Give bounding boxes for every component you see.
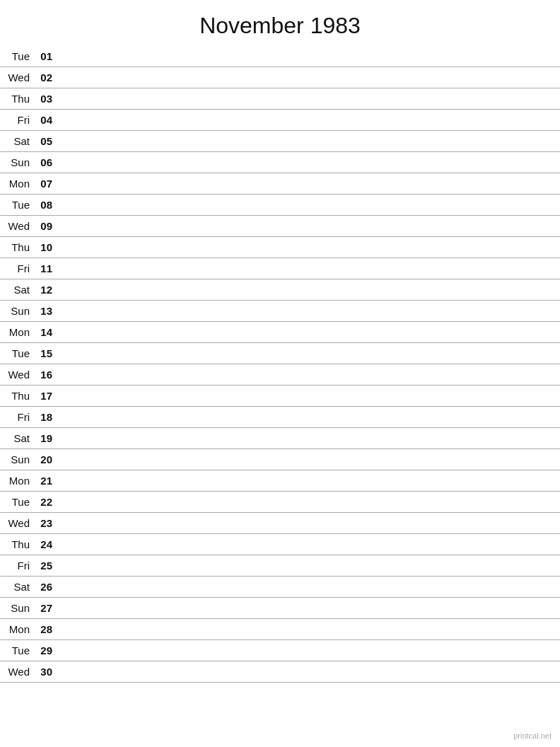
day-content-area	[55, 407, 560, 428]
day-content-area	[55, 492, 560, 513]
table-row: Fri25	[0, 555, 560, 577]
table-row: Wed02	[0, 67, 560, 88]
day-name: Tue	[0, 343, 33, 364]
day-name: Sun	[0, 598, 33, 619]
table-row: Tue08	[0, 195, 560, 216]
day-content-area	[55, 237, 560, 258]
day-name: Mon	[0, 322, 33, 343]
day-name: Tue	[0, 492, 33, 513]
day-number: 03	[33, 88, 55, 110]
day-name: Wed	[0, 67, 33, 88]
day-number: 20	[33, 449, 55, 470]
day-name: Sat	[0, 131, 33, 152]
day-content-area	[55, 279, 560, 301]
day-name: Sun	[0, 152, 33, 173]
table-row: Wed23	[0, 513, 560, 534]
table-row: Mon21	[0, 470, 560, 492]
day-content-area	[55, 216, 560, 237]
table-row: Sun27	[0, 598, 560, 619]
day-number: 06	[33, 152, 55, 173]
day-content-area	[55, 513, 560, 534]
day-name: Sat	[0, 577, 33, 598]
day-content-area	[55, 131, 560, 152]
table-row: Wed30	[0, 661, 560, 683]
day-content-area	[55, 449, 560, 470]
day-number: 12	[33, 279, 55, 301]
table-row: Thu10	[0, 237, 560, 258]
day-content-area	[55, 88, 560, 110]
day-name: Mon	[0, 173, 33, 195]
day-name: Tue	[0, 640, 33, 661]
day-name: Wed	[0, 364, 33, 386]
day-name: Fri	[0, 258, 33, 279]
day-content-area	[55, 67, 560, 88]
day-number: 24	[33, 534, 55, 555]
table-row: Tue15	[0, 343, 560, 364]
day-content-area	[55, 598, 560, 619]
day-content-area	[55, 428, 560, 449]
day-number: 05	[33, 131, 55, 152]
table-row: Mon14	[0, 322, 560, 343]
day-name: Wed	[0, 661, 33, 683]
table-row: Thu17	[0, 386, 560, 407]
day-number: 10	[33, 237, 55, 258]
day-content-area	[55, 555, 560, 577]
day-name: Thu	[0, 88, 33, 110]
day-name: Mon	[0, 619, 33, 640]
day-number: 14	[33, 322, 55, 343]
day-number: 01	[33, 46, 55, 67]
day-content-area	[55, 640, 560, 661]
day-content-area	[55, 577, 560, 598]
day-name: Thu	[0, 237, 33, 258]
day-number: 26	[33, 577, 55, 598]
day-name: Fri	[0, 407, 33, 428]
day-content-area	[55, 258, 560, 279]
table-row: Sun20	[0, 449, 560, 470]
day-number: 27	[33, 598, 55, 619]
day-number: 22	[33, 492, 55, 513]
day-number: 09	[33, 216, 55, 237]
calendar-table: Tue01Wed02Thu03Fri04Sat05Sun06Mon07Tue08…	[0, 46, 560, 683]
day-number: 07	[33, 173, 55, 195]
table-row: Sat12	[0, 279, 560, 301]
table-row: Fri18	[0, 407, 560, 428]
day-name: Tue	[0, 195, 33, 216]
day-content-area	[55, 343, 560, 364]
day-name: Sat	[0, 428, 33, 449]
day-content-area	[55, 301, 560, 322]
day-name: Thu	[0, 386, 33, 407]
table-row: Fri04	[0, 110, 560, 131]
day-number: 21	[33, 470, 55, 492]
table-row: Thu24	[0, 534, 560, 555]
table-row: Sun13	[0, 301, 560, 322]
day-content-area	[55, 195, 560, 216]
table-row: Sun06	[0, 152, 560, 173]
day-number: 28	[33, 619, 55, 640]
day-number: 02	[33, 67, 55, 88]
day-number: 23	[33, 513, 55, 534]
footer-label: printcal.net	[513, 731, 552, 740]
day-name: Mon	[0, 470, 33, 492]
day-name: Wed	[0, 513, 33, 534]
day-name: Sun	[0, 449, 33, 470]
day-content-area	[55, 386, 560, 407]
day-number: 29	[33, 640, 55, 661]
day-content-area	[55, 364, 560, 386]
table-row: Sat26	[0, 577, 560, 598]
table-row: Sat05	[0, 131, 560, 152]
day-name: Wed	[0, 216, 33, 237]
table-row: Thu03	[0, 88, 560, 110]
table-row: Mon07	[0, 173, 560, 195]
day-content-area	[55, 470, 560, 492]
table-row: Wed16	[0, 364, 560, 386]
day-name: Sat	[0, 279, 33, 301]
day-number: 16	[33, 364, 55, 386]
day-name: Fri	[0, 555, 33, 577]
day-number: 11	[33, 258, 55, 279]
day-number: 18	[33, 407, 55, 428]
day-content-area	[55, 322, 560, 343]
day-number: 13	[33, 301, 55, 322]
day-name: Thu	[0, 534, 33, 555]
table-row: Tue01	[0, 46, 560, 67]
table-row: Fri11	[0, 258, 560, 279]
